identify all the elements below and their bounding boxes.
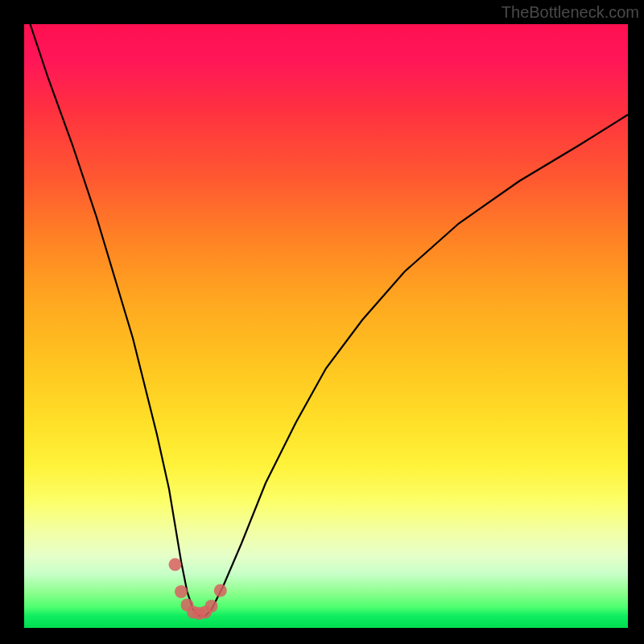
watermark-label: TheBottleneck.com [502,3,639,22]
bottleneck-curve [24,24,628,616]
highlight-dot [214,584,227,597]
highlight-dots [169,558,227,620]
curve-svg [24,24,628,628]
highlight-dot [169,558,182,571]
highlight-dot [205,600,218,613]
plot-frame [24,24,628,628]
highlight-dot [175,585,188,598]
